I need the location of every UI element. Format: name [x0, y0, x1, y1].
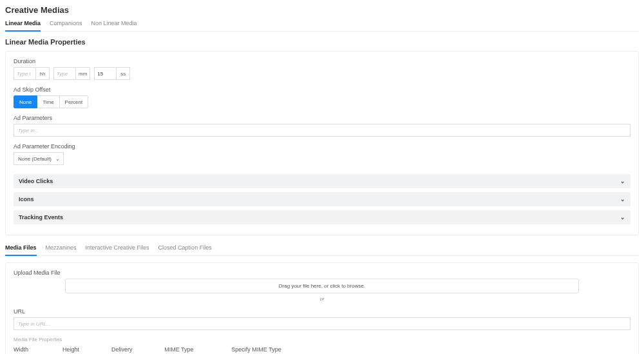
linear-media-panel: Duration hh mm ss Ad Skip Offset None Ti… [5, 51, 639, 235]
duration-hh-input[interactable] [14, 67, 35, 80]
collapsible-label: Video Clicks [19, 178, 53, 184]
adparamenc-label: Ad Parameter Encoding [14, 143, 630, 150]
collapsible-icons[interactable]: Icons ⌄ [14, 192, 630, 206]
tab-companions[interactable]: Companions [50, 19, 82, 31]
duration-ss-input[interactable] [94, 67, 116, 80]
duration-mm-group: mm [53, 67, 90, 80]
tab-non-linear-media[interactable]: Non Linear Media [91, 19, 137, 31]
subtab-media-files[interactable]: Media Files [5, 243, 37, 256]
subtab-interactive-creative[interactable]: Interactive Creative Files [86, 243, 149, 255]
chevron-down-icon: ⌄ [620, 178, 625, 184]
adparamenc-value: None (Default) [18, 156, 52, 162]
adskip-label: Ad Skip Offset [14, 86, 630, 93]
duration-hh-group: hh [14, 67, 50, 80]
duration-mm-input[interactable] [53, 67, 75, 80]
adskip-none-button[interactable]: None [14, 95, 37, 108]
height-label: Height [62, 346, 102, 353]
mimetype-label: MIME Type [164, 346, 222, 353]
specifymime-label: Specify MIME Type [231, 346, 630, 353]
duration-label: Duration [14, 58, 630, 64]
upload-label: Upload Media File [14, 270, 630, 276]
collapsible-label: Tracking Events [19, 214, 63, 221]
duration-mm-unit: mm [75, 67, 90, 80]
upload-dropzone[interactable]: Drag your file here, or click to browse. [65, 279, 579, 293]
url-input[interactable] [14, 317, 630, 330]
subtab-mezzanines[interactable]: Mezzanines [46, 243, 77, 255]
width-label: Width [14, 346, 53, 353]
adparamenc-select[interactable]: None (Default) ⌄ [14, 152, 64, 165]
subtab-closed-caption[interactable]: Closed Caption Files [158, 243, 212, 255]
adskip-percent-button[interactable]: Percent [59, 95, 89, 108]
main-tabs: Linear Media Companions Non Linear Media [5, 19, 639, 32]
page-title: Creative Medias [5, 5, 639, 15]
adparams-label: Ad Parameters [14, 115, 630, 121]
url-label: URL [14, 308, 630, 315]
adparams-input[interactable] [14, 124, 630, 137]
media-props-header: Media File Properties [14, 337, 630, 342]
chevron-down-icon: ⌄ [620, 214, 625, 221]
upload-or-text: or [14, 296, 630, 302]
duration-hh-unit: hh [35, 67, 50, 80]
collapsible-video-clicks[interactable]: Video Clicks ⌄ [14, 174, 630, 188]
chevron-down-icon: ⌄ [620, 196, 625, 202]
collapsible-tracking-events[interactable]: Tracking Events ⌄ [14, 210, 630, 224]
file-tabs: Media Files Mezzanines Interactive Creat… [5, 243, 639, 256]
adskip-segmented: None Time Percent [14, 95, 630, 108]
duration-ss-unit: ss [116, 67, 130, 80]
tab-linear-media[interactable]: Linear Media [5, 19, 41, 32]
adskip-time-button[interactable]: Time [37, 95, 59, 108]
media-files-panel: Upload Media File Drag your file here, o… [5, 262, 639, 354]
section-title: Linear Media Properties [5, 38, 639, 46]
duration-ss-group: ss [94, 67, 130, 80]
chevron-down-icon: ⌄ [55, 156, 60, 162]
collapsible-label: Icons [19, 196, 34, 202]
delivery-label: Delivery [111, 346, 155, 353]
